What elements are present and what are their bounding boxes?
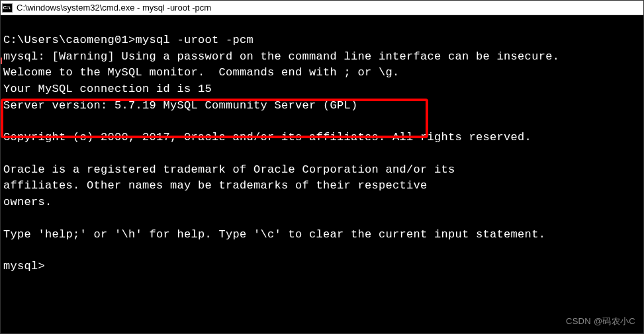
server-version-line: Server version: 5.7.19 MySQL Community S… xyxy=(3,98,641,114)
blank-line xyxy=(3,243,641,259)
help-line: Type 'help;' or '\h' for help. Type '\c'… xyxy=(3,227,641,243)
copyright-line: Copyright (c) 2000, 2017, Oracle and/or … xyxy=(3,130,641,146)
cmd-window: C:\. C:\windows\system32\cmd.exe - mysql… xyxy=(0,0,644,334)
connection-line: Your MySQL connection id is 15 xyxy=(3,81,641,98)
watermark: CSDN @码农小C xyxy=(566,315,635,328)
mysql-prompt[interactable]: mysql> xyxy=(3,259,641,275)
trademark-line-3: owners. xyxy=(3,194,641,211)
cmd-icon: C:\. xyxy=(2,3,13,13)
prompt-line: C:\Users\caomeng01>mysql -uroot -pcm xyxy=(3,32,641,49)
red-edge-marker xyxy=(1,58,2,64)
welcome-line: Welcome to the MySQL monitor. Commands e… xyxy=(3,65,641,81)
warning-line: mysql: [Warning] Using a password on the… xyxy=(3,49,641,65)
blank-line xyxy=(3,114,641,130)
titlebar[interactable]: C:\. C:\windows\system32\cmd.exe - mysql… xyxy=(1,1,643,15)
trademark-line-1: Oracle is a registered trademark of Orac… xyxy=(3,162,641,179)
blank-line xyxy=(3,211,641,227)
trademark-line-2: affiliates. Other names may be trademark… xyxy=(3,178,641,194)
window-title: C:\windows\system32\cmd.exe - mysql -uro… xyxy=(17,3,211,13)
blank-line xyxy=(3,146,641,162)
terminal-area[interactable]: C:\Users\caomeng01>mysql -uroot -pcm mys… xyxy=(1,15,643,333)
blank-line xyxy=(3,17,641,32)
cmd-icon-text: C:\. xyxy=(3,5,12,11)
